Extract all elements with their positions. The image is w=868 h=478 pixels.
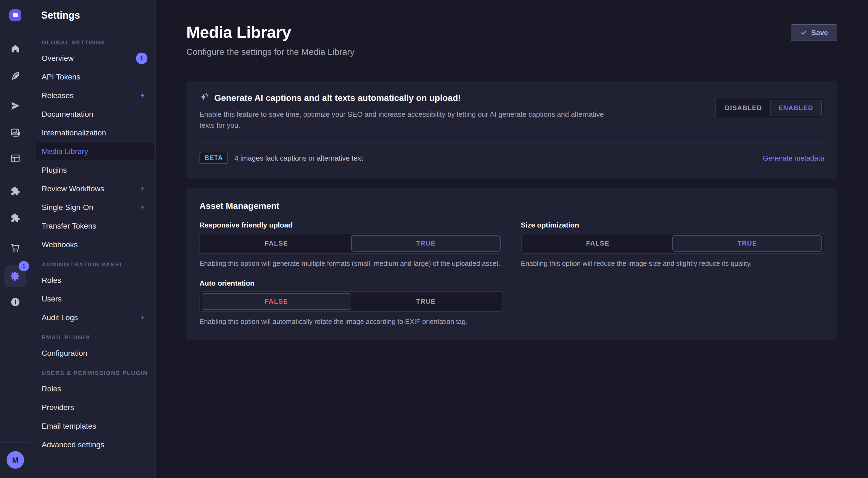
- page-title: Media Library: [186, 24, 354, 40]
- section-label: ADMINISTRATION PANEL: [31, 261, 155, 271]
- section-users-permissions-plugin: USERS & PERMISSIONS PLUGIN Roles Provide…: [31, 369, 155, 453]
- check-icon: [800, 29, 807, 36]
- sidebar-item-internationalization[interactable]: Internationalization: [36, 124, 154, 142]
- field-description: Enabling this option will reduce the ima…: [521, 259, 824, 269]
- toggle-option-false[interactable]: FALSE: [523, 235, 673, 252]
- settings-notification-badge: 1: [19, 261, 29, 271]
- generate-metadata-link[interactable]: Generate metadata: [763, 154, 824, 162]
- banner-description: Enable this feature to save time, optimi…: [199, 109, 608, 131]
- strapi-logo-icon: [11, 11, 19, 19]
- missing-captions-message: 4 images lack captions or alternative te…: [235, 154, 363, 162]
- lightning-icon: [139, 92, 146, 99]
- sidebar-item-providers[interactable]: Providers: [36, 398, 154, 416]
- toggle-option-true[interactable]: TRUE: [673, 235, 822, 252]
- strapi-logo[interactable]: [9, 9, 21, 21]
- lightning-icon: [139, 185, 146, 192]
- sidebar-item-plugins[interactable]: Plugins: [36, 161, 154, 179]
- ai-captions-banner: Generate AI captions and alt texts autom…: [186, 81, 837, 180]
- toggle-option-true[interactable]: TRUE: [351, 235, 501, 252]
- sidebar-item-webhooks[interactable]: Webhooks: [36, 236, 154, 253]
- page-header: Media Library Configure the settings for…: [186, 0, 837, 57]
- sidebar-item-releases[interactable]: Releases: [36, 87, 154, 104]
- field-size-optimization: Size optimization FALSE TRUE Enabling th…: [521, 221, 824, 269]
- asset-management-title: Asset Management: [199, 202, 824, 211]
- sidebar-item-single-sign-on[interactable]: Single Sign-On: [36, 199, 154, 216]
- plugin-icon[interactable]: [4, 180, 26, 202]
- section-label: EMAIL PLUGIN: [31, 334, 155, 344]
- sidebar-header: Settings: [31, 0, 155, 31]
- deploy-icon[interactable]: [4, 95, 26, 117]
- section-label: USERS & PERMISSIONS PLUGIN: [31, 369, 155, 380]
- auto-orientation-toggle[interactable]: FALSE TRUE: [199, 291, 503, 312]
- sidebar-item-media-library[interactable]: Media Library: [36, 143, 154, 160]
- field-auto-orientation: Auto orientation FALSE TRUE Enabling thi…: [199, 279, 503, 327]
- content-manager-icon[interactable]: [4, 147, 26, 169]
- main-content: Media Library Configure the settings for…: [156, 0, 868, 478]
- field-label: Size optimization: [521, 221, 824, 230]
- settings-gear-icon[interactable]: 1: [4, 265, 26, 287]
- section-global-settings: GLOBAL SETTINGS Overview 1 API Tokens Re…: [31, 39, 155, 253]
- user-avatar[interactable]: M: [7, 451, 24, 469]
- sidebar-title: Settings: [41, 9, 80, 21]
- responsive-upload-toggle[interactable]: FALSE TRUE: [199, 233, 503, 254]
- asset-management-card: Asset Management Responsive friendly upl…: [186, 188, 837, 340]
- sidebar-item-documentation[interactable]: Documentation: [36, 105, 154, 123]
- ai-captions-toggle[interactable]: DISABLED ENABLED: [715, 97, 824, 118]
- rail-divider: [0, 442, 31, 443]
- sidebar-item-email-templates[interactable]: Email templates: [36, 417, 154, 435]
- sidebar-item-api-tokens[interactable]: API Tokens: [36, 68, 154, 86]
- field-description: Enabling this option will generate multi…: [199, 259, 503, 269]
- sparkles-icon: [199, 92, 209, 104]
- toggle-option-false[interactable]: FALSE: [202, 235, 351, 252]
- save-button-label: Save: [811, 29, 828, 37]
- plugin-icon[interactable]: [4, 207, 26, 229]
- field-responsive-friendly-upload: Responsive friendly upload FALSE TRUE En…: [199, 221, 503, 269]
- banner-title: Generate AI captions and alt texts autom…: [214, 93, 461, 103]
- section-label: GLOBAL SETTINGS: [31, 39, 155, 49]
- logo-cell: [0, 0, 31, 31]
- lightning-icon: [139, 314, 146, 321]
- help-info-icon[interactable]: [4, 291, 26, 313]
- field-label: Responsive friendly upload: [199, 221, 503, 230]
- beta-badge: BETA: [199, 152, 228, 164]
- sidebar-item-audit-logs[interactable]: Audit Logs: [36, 309, 154, 326]
- section-administration-panel: ADMINISTRATION PANEL Roles Users Audit L…: [31, 261, 155, 326]
- field-description: Enabling this option will automatically …: [199, 317, 503, 327]
- marketplace-cart-icon[interactable]: [4, 237, 26, 259]
- sidebar-item-review-workflows[interactable]: Review Workflows: [36, 180, 154, 197]
- section-email-plugin: EMAIL PLUGIN Configuration: [31, 334, 155, 362]
- main-nav-rail: 1 M: [0, 0, 31, 478]
- sidebar-item-email-configuration[interactable]: Configuration: [36, 344, 154, 362]
- home-icon[interactable]: [4, 38, 26, 60]
- sidebar-item-up-roles[interactable]: Roles: [36, 380, 154, 397]
- size-optimization-toggle[interactable]: FALSE TRUE: [521, 233, 824, 254]
- save-button[interactable]: Save: [790, 24, 837, 41]
- lightning-icon: [139, 204, 146, 211]
- toggle-option-true[interactable]: TRUE: [351, 293, 501, 310]
- settings-sidebar: Settings GLOBAL SETTINGS Overview 1 API …: [31, 0, 156, 478]
- sidebar-item-transfer-tokens[interactable]: Transfer Tokens: [36, 217, 154, 235]
- content-type-builder-icon[interactable]: [4, 65, 26, 87]
- sidebar-item-overview[interactable]: Overview 1: [36, 49, 154, 67]
- sidebar-item-admin-roles[interactable]: Roles: [36, 271, 154, 289]
- app-window: 1 M Settings GLOBAL SETTINGS Overview 1 …: [0, 0, 868, 478]
- media-library-icon[interactable]: [4, 122, 26, 144]
- field-label: Auto orientation: [199, 279, 503, 287]
- toggle-option-false[interactable]: FALSE: [202, 293, 351, 310]
- sidebar-item-advanced-settings[interactable]: Advanced settings: [36, 436, 154, 453]
- toggle-option-enabled[interactable]: ENABLED: [770, 100, 822, 116]
- toggle-option-disabled[interactable]: DISABLED: [717, 100, 770, 116]
- notification-badge: 1: [136, 52, 147, 64]
- page-subtitle: Configure the settings for the Media Lib…: [186, 47, 354, 57]
- sidebar-item-admin-users[interactable]: Users: [36, 290, 154, 307]
